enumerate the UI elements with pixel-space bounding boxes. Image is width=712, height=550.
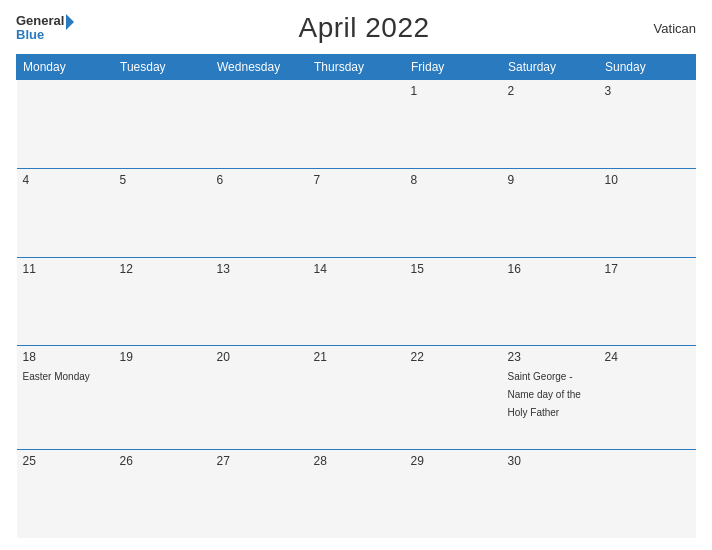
- calendar-cell: 11: [17, 257, 114, 346]
- logo-blue: Blue: [16, 28, 64, 42]
- calendar-cell: 14: [308, 257, 405, 346]
- day-number: 26: [120, 454, 205, 468]
- day-number: 16: [508, 262, 593, 276]
- header-friday: Friday: [405, 55, 502, 80]
- calendar-cell: [211, 80, 308, 169]
- calendar-cell: 23Saint George - Name day of the Holy Fa…: [502, 346, 599, 449]
- header-saturday: Saturday: [502, 55, 599, 80]
- calendar-cell: [308, 80, 405, 169]
- calendar-cell: 20: [211, 346, 308, 449]
- calendar-row: 11121314151617: [17, 257, 696, 346]
- header-thursday: Thursday: [308, 55, 405, 80]
- header-tuesday: Tuesday: [114, 55, 211, 80]
- logo: General Blue: [16, 14, 74, 43]
- logo-triangle-icon: [66, 14, 74, 30]
- calendar-cell: 28: [308, 449, 405, 538]
- logo-general: General: [16, 14, 64, 28]
- calendar-cell: 9: [502, 168, 599, 257]
- calendar-cell: 16: [502, 257, 599, 346]
- day-number: 1: [411, 84, 496, 98]
- calendar-cell: [114, 80, 211, 169]
- day-number: 29: [411, 454, 496, 468]
- calendar-cell: 22: [405, 346, 502, 449]
- calendar-cell: 10: [599, 168, 696, 257]
- day-number: 19: [120, 350, 205, 364]
- calendar-cell: 26: [114, 449, 211, 538]
- calendar-cell: 3: [599, 80, 696, 169]
- day-number: 20: [217, 350, 302, 364]
- day-number: 18: [23, 350, 108, 364]
- calendar-table: Monday Tuesday Wednesday Thursday Friday…: [16, 54, 696, 538]
- calendar-row: 123: [17, 80, 696, 169]
- day-number: 6: [217, 173, 302, 187]
- calendar-title: April 2022: [298, 12, 429, 44]
- header-monday: Monday: [17, 55, 114, 80]
- day-number: 22: [411, 350, 496, 364]
- calendar-cell: 30: [502, 449, 599, 538]
- header-sunday: Sunday: [599, 55, 696, 80]
- day-number: 27: [217, 454, 302, 468]
- calendar-header: General Blue April 2022 Vatican: [16, 12, 696, 44]
- day-number: 11: [23, 262, 108, 276]
- day-number: 23: [508, 350, 593, 364]
- calendar-row: 45678910: [17, 168, 696, 257]
- day-number: 17: [605, 262, 690, 276]
- calendar-cell: 24: [599, 346, 696, 449]
- day-number: 3: [605, 84, 690, 98]
- day-number: 5: [120, 173, 205, 187]
- calendar-cell: 19: [114, 346, 211, 449]
- calendar-cell: 17: [599, 257, 696, 346]
- calendar-cell: 15: [405, 257, 502, 346]
- calendar-page: General Blue April 2022 Vatican Monday T…: [0, 0, 712, 550]
- day-number: 28: [314, 454, 399, 468]
- calendar-cell: 25: [17, 449, 114, 538]
- day-event: Easter Monday: [23, 371, 90, 382]
- calendar-cell: 5: [114, 168, 211, 257]
- day-number: 2: [508, 84, 593, 98]
- day-number: 9: [508, 173, 593, 187]
- day-number: 8: [411, 173, 496, 187]
- day-number: 7: [314, 173, 399, 187]
- day-event: Saint George - Name day of the Holy Fath…: [508, 371, 581, 418]
- day-number: 21: [314, 350, 399, 364]
- calendar-cell: 1: [405, 80, 502, 169]
- calendar-cell: 7: [308, 168, 405, 257]
- calendar-row: 18Easter Monday1920212223Saint George - …: [17, 346, 696, 449]
- calendar-cell: 6: [211, 168, 308, 257]
- calendar-cell: 29: [405, 449, 502, 538]
- calendar-cell: [599, 449, 696, 538]
- region-label: Vatican: [654, 21, 696, 36]
- calendar-row: 252627282930: [17, 449, 696, 538]
- calendar-cell: [17, 80, 114, 169]
- day-number: 25: [23, 454, 108, 468]
- calendar-cell: 13: [211, 257, 308, 346]
- calendar-cell: 12: [114, 257, 211, 346]
- header-wednesday: Wednesday: [211, 55, 308, 80]
- calendar-cell: 18Easter Monday: [17, 346, 114, 449]
- day-number: 24: [605, 350, 690, 364]
- day-number: 30: [508, 454, 593, 468]
- day-number: 10: [605, 173, 690, 187]
- day-number: 13: [217, 262, 302, 276]
- calendar-cell: 8: [405, 168, 502, 257]
- day-number: 14: [314, 262, 399, 276]
- weekday-header-row: Monday Tuesday Wednesday Thursday Friday…: [17, 55, 696, 80]
- calendar-cell: 27: [211, 449, 308, 538]
- day-number: 15: [411, 262, 496, 276]
- day-number: 4: [23, 173, 108, 187]
- calendar-cell: 4: [17, 168, 114, 257]
- logo-text-block: General Blue: [16, 14, 64, 43]
- calendar-cell: 21: [308, 346, 405, 449]
- day-number: 12: [120, 262, 205, 276]
- calendar-cell: 2: [502, 80, 599, 169]
